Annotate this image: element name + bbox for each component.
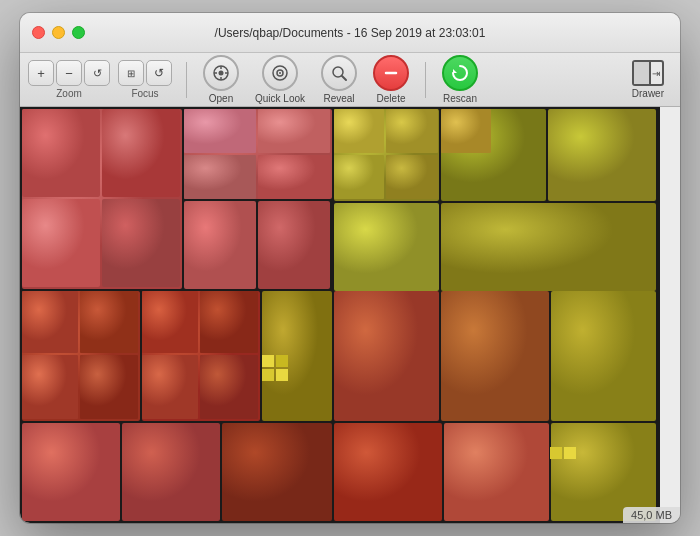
main-window: /Users/qbap/Documents - 16 Sep 2019 at 2… <box>20 13 680 523</box>
cell-y1[interactable] <box>334 109 384 153</box>
quicklook-icon <box>262 55 298 91</box>
svg-point-8 <box>279 72 281 74</box>
reveal-button[interactable]: Reveal <box>315 53 363 106</box>
cell-4[interactable] <box>22 199 100 287</box>
cell-g4[interactable] <box>334 203 439 291</box>
cell-5[interactable] <box>102 199 180 287</box>
drawer-icon-left <box>634 62 651 84</box>
reveal-icon <box>321 55 357 91</box>
cell-dr9[interactable] <box>142 355 198 419</box>
cell-p3[interactable] <box>184 155 256 199</box>
cell-p2[interactable] <box>258 109 330 153</box>
cell-dr10[interactable] <box>200 355 258 419</box>
cell-tiny-4 <box>276 369 288 381</box>
open-label: Open <box>209 93 233 104</box>
delete-button[interactable]: Delete <box>367 53 415 106</box>
maximize-button[interactable] <box>72 26 85 39</box>
zoom-in-button[interactable]: + <box>28 60 54 86</box>
delete-svg <box>383 65 399 81</box>
toolbar: + − ↺ Zoom ⊞ ↺ Focus <box>20 53 680 107</box>
cell-b1[interactable] <box>22 423 120 521</box>
cell-8[interactable] <box>258 201 330 289</box>
drawer-button[interactable]: ⇥ Drawer <box>624 56 672 103</box>
delete-label: Delete <box>377 93 406 104</box>
cell-tiny-3 <box>262 369 274 381</box>
cell-dr8[interactable] <box>200 291 258 353</box>
content-area: 45,0 MB <box>20 107 680 523</box>
svg-line-10 <box>342 76 346 80</box>
rescan-icon <box>442 55 478 91</box>
cell-o4[interactable] <box>551 291 656 421</box>
cell-b4[interactable] <box>334 423 442 521</box>
cell-g3[interactable] <box>548 109 656 201</box>
cell-dr5[interactable] <box>80 355 138 419</box>
cell-b3[interactable] <box>222 423 332 521</box>
svg-marker-12 <box>453 69 457 73</box>
open-button[interactable]: Open <box>197 53 245 106</box>
open-svg <box>212 64 230 82</box>
separator-1 <box>186 62 187 98</box>
window-title: /Users/qbap/Documents - 16 Sep 2019 at 2… <box>215 26 486 40</box>
delete-icon <box>373 55 409 91</box>
cell-g5[interactable] <box>441 203 656 291</box>
close-button[interactable] <box>32 26 45 39</box>
cell-y5[interactable] <box>386 155 438 199</box>
zoom-out-button[interactable]: − <box>56 60 82 86</box>
cell-tiny-5 <box>550 447 562 459</box>
cell-p1[interactable] <box>184 109 256 153</box>
cell-b2[interactable] <box>122 423 220 521</box>
drawer-label: Drawer <box>632 88 664 99</box>
cell-y2[interactable] <box>386 109 438 153</box>
zoom-reset-button[interactable]: ↺ <box>84 60 110 86</box>
reveal-svg <box>329 63 349 83</box>
svg-point-1 <box>219 71 224 76</box>
zoom-group: + − ↺ Zoom <box>28 60 110 99</box>
cell-tiny-6 <box>564 447 576 459</box>
drawer-arrow-icon: ⇥ <box>651 62 662 84</box>
cell-o3[interactable] <box>441 291 549 421</box>
cell-y3[interactable] <box>441 109 491 153</box>
reveal-label: Reveal <box>323 93 354 104</box>
cell-3[interactable] <box>102 109 180 197</box>
cell-dr7[interactable] <box>142 291 198 353</box>
zoom-buttons: + − ↺ <box>28 60 110 86</box>
quicklook-button[interactable]: Quick Look <box>249 53 311 106</box>
cell-o2[interactable] <box>334 291 439 421</box>
separator-2 <box>425 62 426 98</box>
cell-dr3[interactable] <box>80 291 138 353</box>
cell-tiny-1 <box>262 355 274 367</box>
open-icon <box>203 55 239 91</box>
treemap[interactable] <box>20 107 680 523</box>
cell-b5[interactable] <box>444 423 549 521</box>
minimize-button[interactable] <box>52 26 65 39</box>
quicklook-label: Quick Look <box>255 93 305 104</box>
file-size: 45,0 MB <box>631 509 672 521</box>
focus-buttons: ⊞ ↺ <box>118 60 172 86</box>
rescan-svg <box>450 63 470 83</box>
drawer-icon: ⇥ <box>632 60 664 86</box>
cell-dr2[interactable] <box>22 291 78 353</box>
focus-group: ⊞ ↺ Focus <box>118 60 172 99</box>
cell-tiny-2 <box>276 355 288 367</box>
focus-grid-button[interactable]: ⊞ <box>118 60 144 86</box>
cell-dr4[interactable] <box>22 355 78 419</box>
rescan-button[interactable]: Rescan <box>436 53 484 106</box>
status-bar: 45,0 MB <box>623 507 680 523</box>
cell-p4[interactable] <box>258 155 330 199</box>
cell-7[interactable] <box>184 201 256 289</box>
quicklook-svg <box>270 63 290 83</box>
focus-label: Focus <box>131 88 158 99</box>
zoom-label: Zoom <box>56 88 82 99</box>
cell-y4[interactable] <box>334 155 384 199</box>
focus-refresh-button[interactable]: ↺ <box>146 60 172 86</box>
traffic-lights <box>32 26 85 39</box>
rescan-label: Rescan <box>443 93 477 104</box>
titlebar: /Users/qbap/Documents - 16 Sep 2019 at 2… <box>20 13 680 53</box>
cell-2[interactable] <box>22 109 100 197</box>
